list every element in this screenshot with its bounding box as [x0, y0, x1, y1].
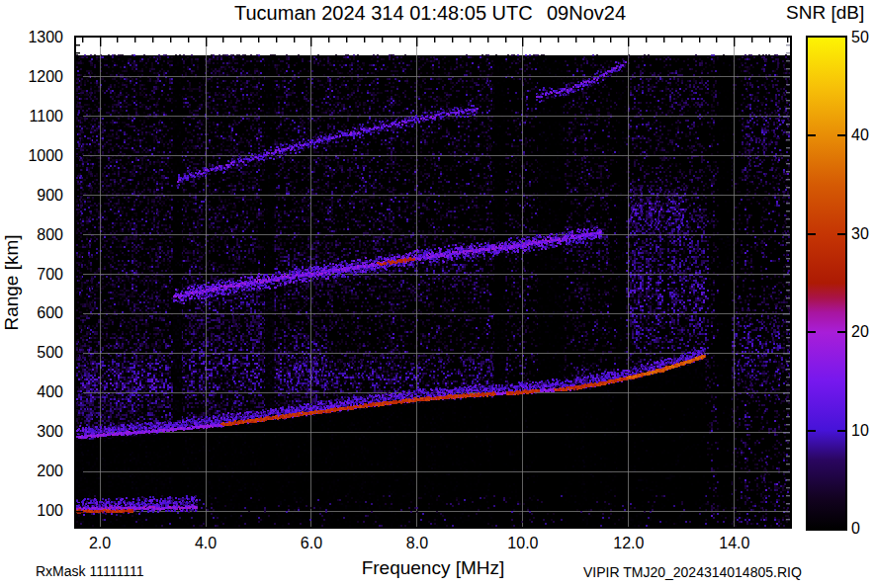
snr-colorbar — [806, 36, 847, 531]
colorbar-title: SNR [dB] — [786, 2, 864, 24]
y-tick-label: 800 — [14, 226, 63, 244]
colorbar-tick-mark — [837, 331, 845, 333]
x-tick-label: 10.0 — [493, 535, 553, 552]
colorbar-tick-mark — [808, 430, 816, 432]
colorbar-tick-label: 0 — [851, 520, 860, 538]
colorbar-tick-label: 50 — [851, 29, 869, 46]
colorbar-tick-mark — [808, 233, 816, 235]
x-tick-label: 2.0 — [70, 535, 130, 552]
ionogram-heatmap — [76, 38, 790, 527]
y-tick-label: 1200 — [14, 68, 63, 86]
colorbar-tick-mark — [837, 233, 845, 235]
chart-date: 09Nov24 — [547, 2, 626, 25]
filename-text: VIPIR TMJ20_2024314014805.RIQ — [583, 564, 802, 580]
y-tick-label: 1100 — [14, 108, 63, 126]
x-tick-label: 8.0 — [388, 535, 447, 552]
colorbar-tick-label: 10 — [851, 422, 869, 440]
y-tick-label: 1000 — [14, 147, 63, 165]
y-tick-label: 500 — [14, 344, 63, 362]
colorbar-gradient — [808, 38, 845, 529]
colorbar-tick-mark — [837, 134, 845, 136]
y-tick-label: 400 — [14, 383, 63, 401]
chart-title: Tucuman 2024 314 01:48:05 UTC — [234, 2, 533, 25]
y-tick-label: 600 — [14, 304, 63, 322]
colorbar-tick-label: 20 — [851, 323, 869, 341]
colorbar-tick-mark — [808, 134, 816, 136]
y-tick-label: 200 — [14, 462, 63, 480]
colorbar-tick-mark — [808, 331, 816, 333]
colorbar-tick-mark — [837, 430, 845, 432]
x-tick-label: 12.0 — [599, 535, 658, 552]
y-tick-label: 900 — [14, 187, 63, 205]
colorbar-tick-label: 30 — [851, 225, 869, 243]
rxmask-text: RxMask 11111111 — [36, 563, 143, 579]
y-tick-label: 100 — [14, 502, 63, 520]
x-tick-label: 4.0 — [176, 535, 235, 552]
ionogram-page: Tucuman 2024 314 01:48:05 UTC 09Nov24 SN… — [0, 0, 874, 588]
colorbar-tick-label: 40 — [851, 126, 869, 144]
y-tick-label: 700 — [14, 266, 63, 284]
x-tick-label: 6.0 — [282, 535, 341, 552]
y-tick-label: 300 — [14, 423, 63, 441]
y-tick-label: 1300 — [14, 29, 63, 46]
x-tick-label: 14.0 — [705, 535, 764, 552]
